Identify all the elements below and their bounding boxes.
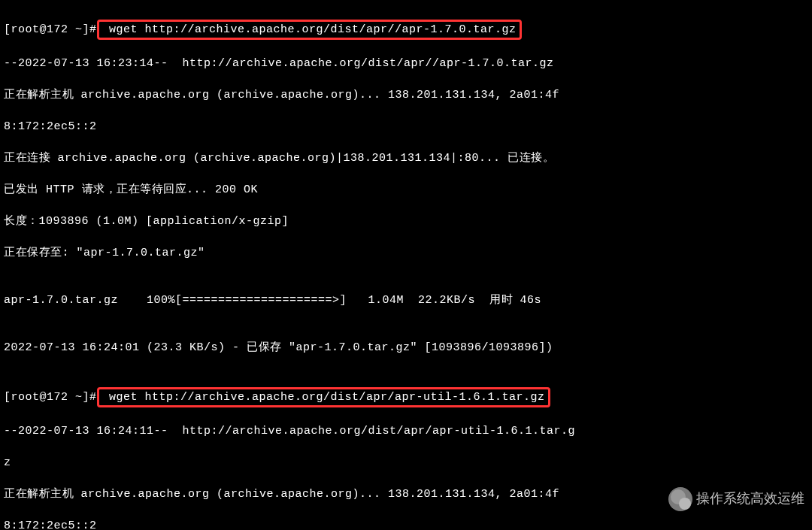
command-highlight-1: wget http://archive.apache.org/dist/apr/… <box>97 20 522 40</box>
output-line: --2022-07-13 16:23:14-- http://archive.a… <box>4 56 808 71</box>
watermark-text: 操作系统高效运维 <box>696 489 804 508</box>
output-line: 已发出 HTTP 请求，正在等待回应... 200 OK <box>4 182 808 198</box>
output-line: 长度：1093896 (1.0M) [application/x-gzip] <box>4 214 808 229</box>
terminal-output[interactable]: [root@172 ~]# wget http://archive.apache… <box>4 4 808 530</box>
wechat-icon <box>668 487 692 511</box>
prompt: [root@172 ~]# <box>4 23 97 36</box>
wget-command-1: wget http://archive.apache.org/dist/apr/… <box>102 23 517 36</box>
output-line: 8:172:2ec5::2 <box>4 518 808 530</box>
output-line: z <box>4 455 808 471</box>
output-line: 8:172:2ec5::2 <box>4 119 808 135</box>
output-line: 2022-07-13 16:24:01 (23.3 KB/s) - 已保存 "a… <box>4 340 808 356</box>
watermark: 操作系统高效运维 <box>668 487 804 511</box>
wget-command-2: wget http://archive.apache.org/dist/apr/… <box>102 391 545 404</box>
prompt: [root@172 ~]# <box>4 391 97 404</box>
output-line: 正在连接 archive.apache.org (archive.apache.… <box>4 150 808 166</box>
command-highlight-2: wget http://archive.apache.org/dist/apr/… <box>97 387 550 407</box>
output-line: --2022-07-13 16:24:11-- http://archive.a… <box>4 423 808 439</box>
output-line: apr-1.7.0.tar.gz 100%[==================… <box>4 292 808 308</box>
output-line: 正在解析主机 archive.apache.org (archive.apach… <box>4 87 808 103</box>
output-line: 正在保存至: "apr-1.7.0.tar.gz" <box>4 245 808 261</box>
